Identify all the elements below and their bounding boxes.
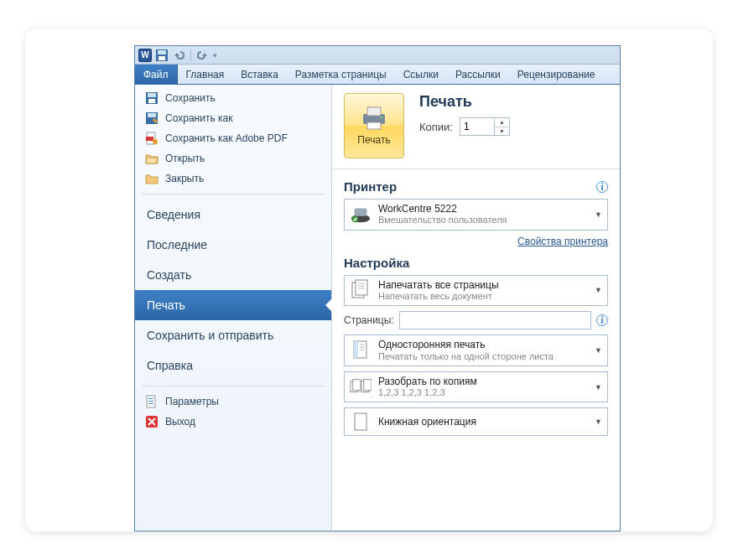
qat-separator	[190, 49, 191, 61]
svg-rect-7	[148, 113, 156, 117]
printer-selector[interactable]: WorkCentre 5222 Вмешательство пользовате…	[344, 199, 608, 231]
tab-insert[interactable]: Вставка	[232, 65, 287, 84]
info-icon[interactable]: i	[596, 181, 608, 193]
info-icon[interactable]: i	[596, 314, 608, 326]
svg-rect-12	[148, 398, 153, 399]
redo-icon[interactable]	[196, 49, 210, 62]
svg-rect-36	[364, 379, 372, 390]
sidebar-item-label: Выход	[165, 416, 195, 428]
sidebar-item-label: Параметры	[165, 396, 219, 407]
sidebar-separator	[142, 194, 325, 194]
print-what-desc: Напечатать весь документ	[378, 291, 499, 302]
sidebar-item-print[interactable]: Печать	[135, 290, 331, 320]
svg-rect-29	[354, 341, 358, 358]
duplex-desc: Печатать только на одной стороне листа	[378, 351, 554, 362]
tab-review[interactable]: Рецензирование	[509, 65, 604, 84]
sidebar-item-close[interactable]: Закрыть	[135, 169, 331, 189]
quick-access-toolbar: W ▾	[135, 46, 620, 65]
chevron-down-icon: ▼	[595, 286, 602, 294]
printer-icon	[360, 106, 388, 131]
sidebar-item-label: Открыть	[165, 153, 205, 164]
sidebar-item-label: Сохранить как	[165, 112, 232, 124]
printer-status: Вмешательство пользователя	[378, 215, 507, 226]
sidebar-item-options[interactable]: Параметры	[135, 391, 331, 412]
tab-mailings[interactable]: Рассылки	[447, 65, 509, 84]
tab-file[interactable]: Файл	[135, 65, 178, 84]
tab-home[interactable]: Главная	[178, 65, 233, 84]
chevron-down-icon: ▼	[595, 383, 602, 391]
printer-device-icon	[350, 205, 372, 224]
svg-point-10	[153, 139, 158, 144]
copies-spinner[interactable]: ▲ ▼	[460, 117, 510, 136]
printer-name: WorkCentre 5222	[378, 203, 507, 215]
sidebar-item-info[interactable]: Сведения	[135, 200, 331, 230]
svg-rect-18	[367, 122, 381, 129]
print-what-selector[interactable]: Напечатать все страницы Напечатать весь …	[344, 275, 608, 307]
copies-down-icon[interactable]: ▼	[495, 127, 509, 136]
save-icon[interactable]	[155, 49, 169, 62]
svg-rect-4	[148, 93, 156, 97]
ribbon-tabs: Файл Главная Вставка Разметка страницы С…	[135, 65, 620, 85]
save-as-icon	[145, 111, 159, 125]
undo-icon[interactable]	[172, 49, 185, 62]
collate-icon	[350, 378, 372, 397]
chevron-down-icon: ▼	[595, 210, 602, 219]
backstage-sidebar: Сохранить Сохранить как Сохранить как Ad…	[135, 85, 332, 531]
settings-section-title: Настройка	[344, 256, 409, 270]
tab-references[interactable]: Ссылки	[395, 65, 447, 84]
svg-rect-13	[148, 401, 153, 402]
save-icon	[145, 91, 159, 105]
portrait-icon	[350, 412, 372, 432]
chevron-down-icon: ▼	[595, 417, 602, 426]
exit-icon	[145, 415, 159, 428]
qat-customize-icon[interactable]: ▾	[213, 51, 217, 60]
single-side-icon	[350, 340, 372, 361]
sidebar-item-save-as-pdf[interactable]: Сохранить как Adobe PDF	[135, 128, 331, 148]
pdf-icon	[145, 132, 159, 145]
svg-point-19	[381, 117, 383, 119]
svg-rect-1	[158, 50, 166, 54]
collate-title: Разобрать по копиям	[378, 376, 477, 387]
divider	[332, 169, 620, 169]
duplex-title: Односторонняя печать	[378, 339, 554, 350]
duplex-selector[interactable]: Односторонняя печать Печатать только на …	[344, 334, 608, 366]
svg-rect-24	[356, 280, 367, 295]
sidebar-item-save-send[interactable]: Сохранить и отправить	[135, 320, 331, 350]
sidebar-item-save-as[interactable]: Сохранить как	[135, 108, 331, 128]
print-what-title: Напечатать все страницы	[378, 279, 499, 291]
svg-rect-2	[159, 56, 165, 60]
pages-input[interactable]	[399, 311, 591, 329]
print-panel: Печать Печать Копии: ▲ ▼	[332, 85, 620, 531]
pages-stack-icon	[350, 279, 372, 301]
orientation-title: Книжная ориентация	[378, 416, 476, 428]
word-app-icon[interactable]: W	[138, 49, 152, 62]
sidebar-item-label: Сохранить	[165, 92, 216, 104]
svg-rect-5	[148, 99, 155, 103]
sidebar-item-help[interactable]: Справка	[135, 350, 331, 381]
collate-selector[interactable]: Разобрать по копиям 1,2,3 1,2,3 1,2,3 ▼	[344, 371, 608, 403]
print-button-label: Печать	[357, 134, 390, 146]
printer-properties-link[interactable]: Свойства принтера	[517, 236, 608, 247]
app-window: W ▾ Файл Главная Вставка Разметка страни…	[134, 45, 621, 531]
tab-page-layout[interactable]: Разметка страницы	[287, 65, 395, 84]
svg-rect-37	[355, 413, 366, 430]
svg-rect-9	[146, 137, 153, 141]
folder-open-icon	[145, 152, 159, 165]
sidebar-item-save[interactable]: Сохранить	[135, 88, 331, 108]
print-button[interactable]: Печать	[344, 93, 404, 158]
sidebar-item-label: Сохранить как Adobe PDF	[165, 132, 288, 144]
orientation-selector[interactable]: Книжная ориентация ▼	[344, 407, 608, 436]
sidebar-item-exit[interactable]: Выход	[135, 412, 331, 432]
copies-label: Копии:	[419, 121, 453, 133]
sidebar-separator	[142, 386, 325, 386]
print-title: Печать	[419, 93, 608, 111]
printer-section-title: Принтер	[344, 179, 397, 194]
sidebar-item-label: Закрыть	[165, 173, 204, 184]
copies-input[interactable]	[460, 118, 494, 135]
copies-up-icon[interactable]: ▲	[495, 118, 509, 127]
collate-desc: 1,2,3 1,2,3 1,2,3	[378, 387, 477, 398]
sidebar-item-recent[interactable]: Последние	[135, 230, 331, 260]
sidebar-item-open[interactable]: Открыть	[135, 148, 331, 169]
pages-label: Страницы:	[344, 314, 394, 326]
sidebar-item-new[interactable]: Создать	[135, 260, 331, 290]
